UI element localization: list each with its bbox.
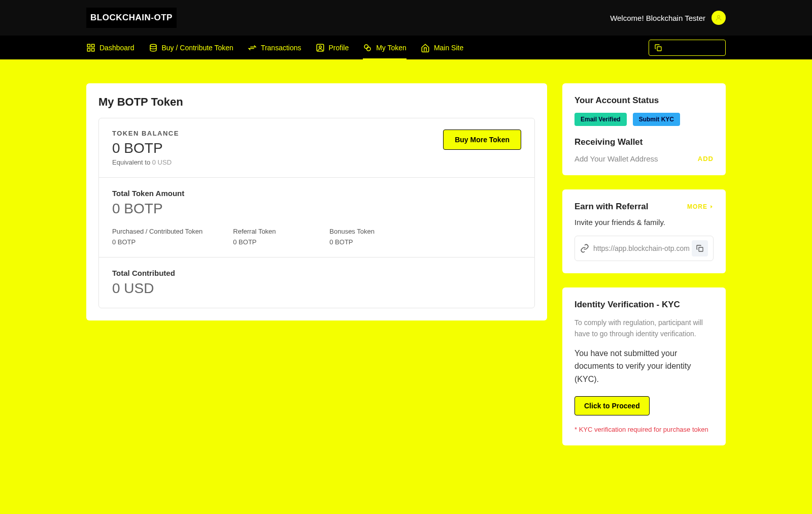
kyc-description: To comply with regulation, participant w… [574, 317, 714, 340]
chevron-right-icon [709, 204, 714, 209]
swap-icon [248, 43, 257, 52]
kyc-warning: * KYC verification required for purchase… [574, 426, 714, 433]
svg-rect-3 [87, 48, 90, 51]
svg-rect-4 [92, 48, 94, 51]
svg-point-5 [150, 44, 156, 47]
nav-label: Dashboard [99, 44, 134, 52]
kyc-proceed-button[interactable]: Click to Proceed [574, 396, 650, 415]
wallet-title: Receiving Wallet [574, 137, 714, 147]
nav-buy-token[interactable]: Buy / Contribute Token [149, 36, 233, 59]
invite-text: Invite your friends & family. [574, 218, 714, 227]
nav-label: My Token [376, 44, 407, 52]
nav-profile[interactable]: Profile [316, 36, 349, 59]
nav-dashboard[interactable]: Dashboard [86, 36, 134, 59]
nav-main-site[interactable]: Main Site [421, 36, 463, 59]
account-status-card: Your Account Status Email Verified Submi… [562, 83, 726, 175]
page-title: My BOTP Token [98, 95, 535, 109]
svg-rect-2 [92, 44, 94, 47]
token-icon [363, 43, 372, 52]
referral-url-input[interactable] [593, 244, 692, 252]
copy-icon [696, 244, 704, 252]
profile-icon [316, 43, 325, 52]
balance-label: TOKEN BALANCE [112, 130, 179, 137]
svg-point-9 [367, 47, 371, 51]
submit-kyc-badge[interactable]: Submit KYC [633, 113, 680, 126]
contributed-value: 0 USD [112, 280, 521, 297]
nav-my-token[interactable]: My Token [363, 36, 407, 59]
dashboard-icon [86, 43, 95, 52]
balance-equiv: Equivalent to 0 USD [112, 158, 179, 166]
kyc-card: Identity Verification - KYC To comply wi… [562, 287, 726, 445]
referral-title: Earn with Referral [574, 202, 649, 212]
balance-value: 0 BOTP [112, 140, 179, 156]
stat-purchased: Purchased / Contributed Token 0 BOTP [112, 226, 202, 246]
total-token-value: 0 BOTP [112, 201, 521, 217]
svg-point-7 [319, 46, 321, 48]
stat-referral: Referral Token 0 BOTP [233, 226, 299, 246]
buy-more-token-button[interactable]: Buy More Token [443, 130, 521, 150]
contributed-label: Total Contributed [112, 269, 521, 277]
home-icon [421, 43, 430, 52]
wallet-placeholder: Add Your Wallet Address [574, 154, 658, 163]
more-link[interactable]: MORE [687, 203, 714, 210]
total-token-label: Total Token Amount [112, 189, 521, 198]
welcome-area: Welcome! Blockchain Tester [610, 11, 726, 25]
nav-label: Main Site [434, 44, 463, 52]
avatar[interactable] [712, 11, 726, 25]
account-status-title: Your Account Status [574, 95, 714, 106]
welcome-text: Welcome! Blockchain Tester [610, 14, 705, 22]
svg-rect-1 [87, 44, 90, 47]
email-verified-badge[interactable]: Email Verified [574, 113, 627, 126]
search-box[interactable] [649, 40, 726, 56]
logo[interactable]: BLOCKCHAIN-OTP [86, 8, 177, 28]
referral-card: Earn with Referral MORE Invite your frie… [562, 189, 726, 273]
nav-label: Profile [329, 44, 349, 52]
navbar: Dashboard Buy / Contribute Token Transac… [0, 36, 812, 59]
svg-point-0 [718, 15, 720, 18]
kyc-status: You have not submitted your documents to… [574, 347, 714, 386]
copy-referral-button[interactable] [692, 240, 708, 256]
nav-label: Buy / Contribute Token [162, 44, 233, 52]
stat-bonuses: Bonuses Token 0 BOTP [329, 226, 395, 246]
copy-icon [654, 44, 662, 52]
referral-input-wrap [574, 236, 714, 261]
kyc-title: Identity Verification - KYC [574, 300, 714, 310]
nav-label: Transactions [261, 44, 301, 52]
nav-transactions[interactable]: Transactions [248, 36, 301, 59]
top-header: BLOCKCHAIN-OTP Welcome! Blockchain Teste… [0, 0, 812, 36]
add-wallet-link[interactable]: ADD [698, 155, 714, 163]
my-token-card: My BOTP Token TOKEN BALANCE 0 BOTP Equiv… [86, 83, 547, 320]
svg-point-8 [364, 45, 368, 49]
coins-icon [149, 43, 158, 52]
svg-rect-10 [657, 47, 661, 51]
svg-rect-11 [699, 247, 703, 251]
link-icon [580, 244, 589, 253]
user-icon [715, 14, 722, 21]
